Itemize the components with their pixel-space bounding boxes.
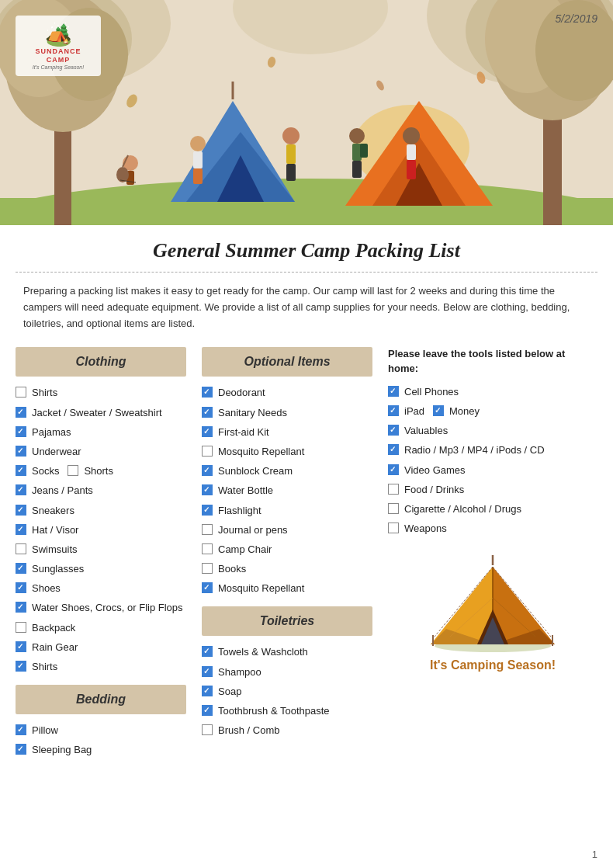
checkbox-underwear[interactable] [16, 446, 26, 457]
checkbox-valuables[interactable] [388, 425, 399, 436]
item-label: Shirts [32, 660, 57, 674]
checkbox-brush[interactable] [202, 724, 213, 735]
checkbox-shampoo[interactable] [202, 666, 213, 677]
item-label: Jeans / Pants [32, 484, 93, 498]
column-right: Please leave the tools listed below at h… [380, 347, 597, 768]
item-label: Soap [218, 685, 241, 699]
list-item: Cell Phones [388, 385, 597, 399]
column-left: Clothing Shirts Jacket / Sweater / Sweat… [16, 347, 194, 768]
checkbox-swimsuits[interactable] [16, 543, 26, 554]
checkbox-sneakers[interactable] [16, 505, 26, 516]
checkbox-shirts2[interactable] [16, 661, 26, 672]
bedding-header: Bedding [16, 685, 186, 714]
item-label-money: Money [449, 404, 480, 418]
checkbox-watershoes[interactable] [16, 602, 26, 613]
logo-name: SUNDANCE CAMP [25, 47, 92, 64]
list-item: Toothbrush & Toothpaste [202, 704, 372, 718]
checkbox-sunblock[interactable] [202, 465, 213, 476]
checkbox-sleepingbag[interactable] [16, 744, 26, 755]
item-label: Valuables [404, 424, 448, 438]
checkbox-sunglasses[interactable] [16, 563, 26, 574]
header-date: 5/2/2019 [556, 12, 598, 25]
list-item: Underwear [16, 445, 186, 459]
checkbox-weapons[interactable] [388, 523, 399, 533]
checkbox-backpack[interactable] [16, 622, 26, 633]
list-item: Water Bottle [202, 484, 372, 498]
item-label: Cell Phones [404, 385, 459, 399]
checkbox-books[interactable] [202, 563, 213, 574]
checkbox-pajamas[interactable] [16, 426, 26, 437]
checkbox-raingear[interactable] [16, 641, 26, 652]
svg-rect-45 [407, 160, 416, 179]
list-item: Radio / Mp3 / MP4 / iPods / CD [388, 443, 597, 457]
checkbox-waterbottle[interactable] [202, 484, 213, 495]
svg-rect-42 [352, 161, 362, 178]
list-item: Books [202, 562, 372, 576]
logo-icon: 🏕️ [25, 22, 92, 47]
item-label: Shirts [32, 386, 57, 400]
checkbox-ipad[interactable] [388, 405, 399, 416]
page-number: 1 [592, 849, 597, 860]
list-item: Sneakers [16, 504, 186, 518]
checkbox-shirts[interactable] [16, 387, 26, 398]
svg-point-36 [282, 127, 300, 144]
list-item: Rain Gear [16, 641, 186, 654]
checkbox-jacket[interactable] [16, 407, 26, 418]
checkbox-hat[interactable] [16, 524, 26, 535]
checkbox-money[interactable] [433, 405, 444, 416]
svg-rect-41 [360, 144, 368, 158]
page-title: General Summer Camp Packing List [16, 225, 597, 273]
checkbox-toothbrush[interactable] [202, 705, 213, 716]
list-item: iPad Money [388, 404, 597, 418]
clothing-header: Clothing [16, 347, 186, 377]
list-item: Journal or pens [202, 523, 372, 537]
list-item: Swimsuits [16, 543, 186, 557]
checkbox-mosquito1[interactable] [202, 446, 213, 457]
checkbox-videogames[interactable] [388, 464, 399, 475]
checkbox-cigarette[interactable] [388, 503, 399, 514]
checkbox-food[interactable] [388, 484, 399, 495]
svg-point-39 [349, 128, 365, 144]
checkbox-journal[interactable] [202, 524, 213, 535]
header-banner: 🏕️ SUNDANCE CAMP It's Camping Season! 5/… [0, 0, 613, 225]
item-label: Shoes [32, 582, 61, 595]
checkbox-campchair[interactable] [202, 543, 213, 554]
list-item: Shirts [16, 386, 186, 400]
list-item: Pillow [16, 724, 186, 738]
checkbox-mosquito2[interactable] [202, 582, 213, 593]
list-item: Mosquito Repellant [202, 445, 372, 459]
checkbox-cellphones[interactable] [388, 386, 399, 397]
tent-svg [423, 551, 563, 652]
checkbox-jeans[interactable] [16, 484, 26, 495]
list-item: Sunblock Cream [202, 464, 372, 478]
item-label: iPad [404, 404, 424, 418]
checkbox-shoes[interactable] [16, 582, 26, 593]
checkbox-shorts[interactable] [68, 465, 78, 476]
svg-point-43 [403, 127, 420, 144]
checkbox-sanitary[interactable] [202, 407, 213, 418]
checkbox-firstaid[interactable] [202, 426, 213, 437]
list-item: Towels & Washcloth [202, 645, 372, 659]
item-label: Rain Gear [32, 641, 78, 654]
item-label: Weapons [404, 522, 447, 536]
toiletries-header: Toiletries [202, 606, 372, 636]
list-item: Water Shoes, Crocs, or Flip Flops [16, 601, 186, 615]
checkbox-socks[interactable] [16, 465, 26, 476]
checkbox-deodorant[interactable] [202, 387, 213, 398]
checkbox-flashlight[interactable] [202, 505, 213, 516]
item-label: Books [218, 562, 246, 576]
list-item: Socks Shorts [16, 464, 186, 478]
camping-season-label: It's Camping Season! [388, 658, 597, 672]
item-label: Water Bottle [218, 484, 273, 498]
checkbox-soap[interactable] [202, 686, 213, 696]
item-label: Radio / Mp3 / MP4 / iPods / CD [404, 443, 545, 457]
checkbox-towels[interactable] [202, 646, 213, 657]
content-area: Clothing Shirts Jacket / Sweater / Sweat… [0, 339, 613, 776]
item-label: Journal or pens [218, 523, 288, 537]
list-item: Sleeping Bag [16, 743, 186, 757]
list-item: Sanitary Needs [202, 406, 372, 420]
list-item: Sunglasses [16, 562, 186, 576]
checkbox-pillow[interactable] [16, 724, 26, 735]
list-item: Shirts [16, 660, 186, 674]
checkbox-radio[interactable] [388, 444, 399, 455]
